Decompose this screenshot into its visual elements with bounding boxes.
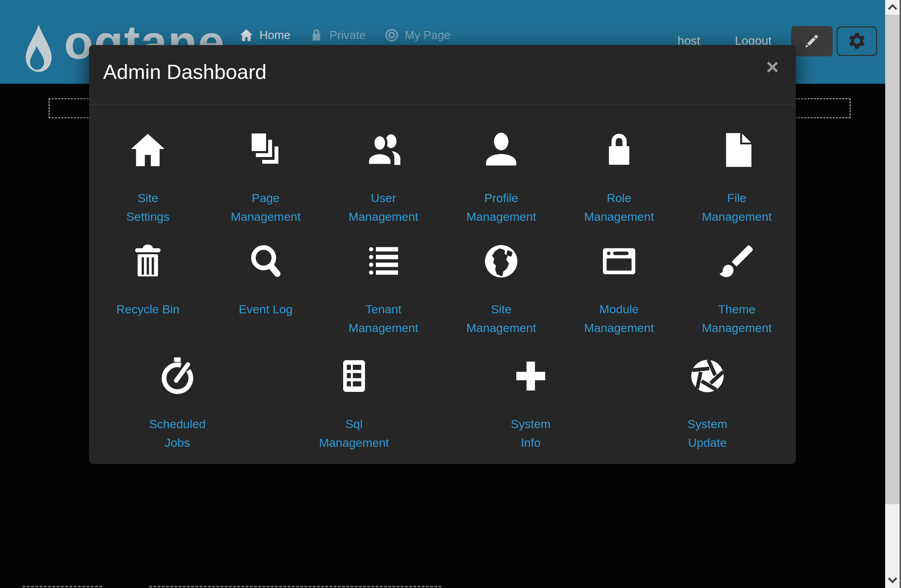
admin-dashboard-modal: Admin Dashboard × Site SettingsPage Mana… <box>89 45 796 464</box>
tile-tenant-management[interactable]: Tenant Management <box>324 239 443 337</box>
window-edge <box>899 0 901 588</box>
tile-label: Profile Management <box>466 189 536 226</box>
home-icon <box>127 127 169 173</box>
home-icon <box>238 28 254 43</box>
chevron-down-icon <box>887 576 898 585</box>
list-icon <box>363 239 405 284</box>
nav-item-home[interactable]: Home <box>238 28 290 43</box>
nav-item-private[interactable]: Private <box>309 28 366 43</box>
tile-sql-management[interactable]: Sql Management <box>266 353 443 452</box>
file-icon <box>716 127 758 173</box>
stopwatch-icon <box>156 353 198 399</box>
dashboard-row: Recycle BinEvent LogTenant ManagementSit… <box>89 239 796 337</box>
brush-icon <box>716 239 758 284</box>
scroll-down-button[interactable] <box>885 573 899 588</box>
lock-icon <box>309 28 324 43</box>
target-icon <box>384 28 399 43</box>
tile-label: Page Management <box>231 189 301 226</box>
nav-item-label: Home <box>259 28 290 42</box>
pencil-icon <box>802 31 822 52</box>
scroll-up-button[interactable] <box>885 0 899 15</box>
modal-title: Admin Dashboard <box>103 58 267 85</box>
settings-button[interactable] <box>837 27 877 56</box>
nav-item-label: My Page <box>405 28 450 42</box>
tile-profile-management[interactable]: Profile Management <box>443 127 560 226</box>
table-icon <box>333 353 375 399</box>
window-icon <box>598 239 640 284</box>
tile-label: Site Settings <box>126 189 170 226</box>
screen: oqtane HomePrivateMy Page host Logout <box>0 0 901 588</box>
tile-theme-management[interactable]: Theme Management <box>678 239 796 337</box>
modal-header: Admin Dashboard × <box>89 45 796 105</box>
tile-recycle-bin[interactable]: Recycle Bin <box>89 239 207 337</box>
tile-system-info[interactable]: System Info <box>443 353 619 452</box>
tile-label: User Management <box>348 189 418 226</box>
pane-placeholder-fragment <box>149 586 441 588</box>
search-icon <box>245 239 287 284</box>
lock-icon <box>598 127 640 173</box>
tile-label: File Management <box>702 189 772 226</box>
person-icon <box>480 127 522 173</box>
edit-mode-button[interactable] <box>791 26 833 56</box>
tile-system-update[interactable]: System Update <box>619 353 796 452</box>
tile-event-log[interactable]: Event Log <box>207 239 325 337</box>
plus-icon <box>510 353 552 399</box>
tile-label: Theme Management <box>702 300 772 337</box>
main-nav: HomePrivateMy Page <box>238 28 450 43</box>
tile-file-management[interactable]: File Management <box>678 127 796 226</box>
tile-page-management[interactable]: Page Management <box>207 127 325 226</box>
tile-label: Module Management <box>584 300 654 337</box>
trash-icon <box>127 239 169 284</box>
modal-body: Site SettingsPage ManagementUser Managem… <box>89 127 796 452</box>
tile-scheduled-jobs[interactable]: Scheduled Jobs <box>89 353 266 452</box>
globe-icon <box>480 239 522 284</box>
nav-item-my-page[interactable]: My Page <box>384 28 450 43</box>
tile-module-management[interactable]: Module Management <box>560 239 678 337</box>
tile-label: Recycle Bin <box>117 300 180 319</box>
nav-item-label: Private <box>329 28 366 42</box>
tile-label: Event Log <box>238 300 293 319</box>
vertical-scrollbar <box>885 0 901 588</box>
tile-label: Sql Management <box>319 415 389 452</box>
tile-site-management[interactable]: Site Management <box>443 239 560 337</box>
scrollbar-thumb[interactable] <box>885 15 899 504</box>
aperture-icon <box>686 353 728 399</box>
tile-label: System Info <box>511 415 550 452</box>
oqtane-logo-icon[interactable] <box>23 22 55 80</box>
tile-site-settings[interactable]: Site Settings <box>89 127 207 226</box>
tile-user-management[interactable]: User Management <box>324 127 443 226</box>
tile-label: Site Management <box>466 300 536 337</box>
gear-icon <box>847 31 867 52</box>
pane-placeholder-fragment <box>23 586 102 588</box>
close-icon[interactable]: × <box>764 56 781 78</box>
pages-icon <box>245 127 287 173</box>
tile-label: Tenant Management <box>348 300 418 337</box>
people-icon <box>363 127 405 173</box>
dashboard-row: Scheduled JobsSql ManagementSystem InfoS… <box>89 353 796 452</box>
tile-label: Role Management <box>584 189 654 226</box>
tile-role-management[interactable]: Role Management <box>560 127 678 226</box>
tile-label: System Update <box>687 415 727 452</box>
dashboard-row: Site SettingsPage ManagementUser Managem… <box>89 127 796 226</box>
tile-label: Scheduled Jobs <box>149 415 206 452</box>
chevron-up-icon <box>887 3 898 12</box>
